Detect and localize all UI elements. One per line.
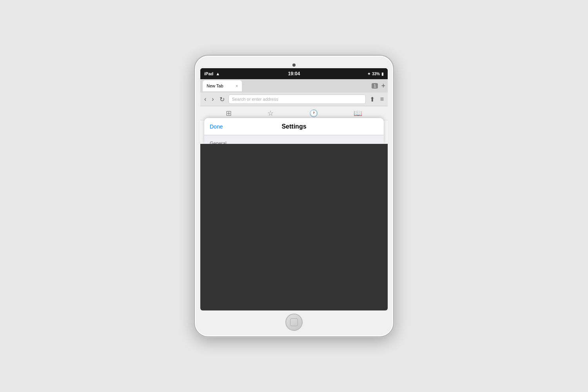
camera-dot xyxy=(292,64,296,67)
bluetooth-icon: ✦ xyxy=(367,72,370,76)
browser-chrome: New Tab × 1 + ‹ › ↻ Search or enter addr… xyxy=(200,79,388,106)
wifi-icon: ▲ xyxy=(216,71,220,76)
ipad-device: iPad ▲ 19:04 ✦ 33% ▮ New Tab × 1 + xyxy=(194,55,394,337)
tab-close-button[interactable]: × xyxy=(236,84,238,88)
browser-content: ⊞ ☆ 🕐 📖 🦊 f ▶ a W 🐦 Done Settings xyxy=(200,106,388,144)
settings-header: Done Settings xyxy=(204,118,384,135)
settings-body: General · · · › Privacy Lo... › xyxy=(204,135,384,144)
home-button-inner xyxy=(290,318,298,326)
address-text: Search or enter address xyxy=(232,97,278,102)
status-bar: iPad ▲ 19:04 ✦ 33% ▮ xyxy=(200,68,388,79)
settings-panel: Done Settings General · · · › xyxy=(204,118,384,144)
share-button[interactable]: ⬆ xyxy=(368,95,376,104)
tab-label: New Tab xyxy=(207,83,223,88)
status-left: iPad ▲ xyxy=(204,71,220,76)
tab-bar: New Tab × 1 + xyxy=(200,79,388,93)
battery-percent: 33% xyxy=(372,72,380,76)
home-button[interactable] xyxy=(285,314,303,331)
forward-button[interactable]: › xyxy=(210,95,215,103)
grid-icon[interactable]: ⊞ xyxy=(226,109,232,118)
active-tab[interactable]: New Tab × xyxy=(203,80,242,91)
address-bar[interactable]: Search or enter address xyxy=(229,94,366,104)
refresh-button[interactable]: ↻ xyxy=(218,95,226,104)
tab-actions: 1 + xyxy=(372,82,385,90)
menu-button[interactable]: ≡ xyxy=(379,95,385,103)
settings-done-button[interactable]: Done xyxy=(210,123,223,130)
status-right: ✦ 33% ▮ xyxy=(367,72,384,76)
ipad-screen: iPad ▲ 19:04 ✦ 33% ▮ New Tab × 1 + xyxy=(200,68,388,310)
section-header-general: General xyxy=(204,135,384,144)
status-time: 19:04 xyxy=(288,71,300,76)
device-label: iPad xyxy=(204,71,213,76)
star-icon[interactable]: ☆ xyxy=(267,109,274,118)
nav-bar: ‹ › ↻ Search or enter address ⬆ ≡ xyxy=(200,93,388,106)
reader-icon[interactable]: 📖 xyxy=(354,109,362,118)
battery-icon: ▮ xyxy=(381,72,384,76)
back-button[interactable]: ‹ xyxy=(203,95,208,103)
settings-title: Settings xyxy=(281,123,306,130)
tab-count-badge: 1 xyxy=(372,83,378,89)
history-icon[interactable]: 🕐 xyxy=(309,109,318,118)
new-tab-button[interactable]: + xyxy=(381,82,385,90)
